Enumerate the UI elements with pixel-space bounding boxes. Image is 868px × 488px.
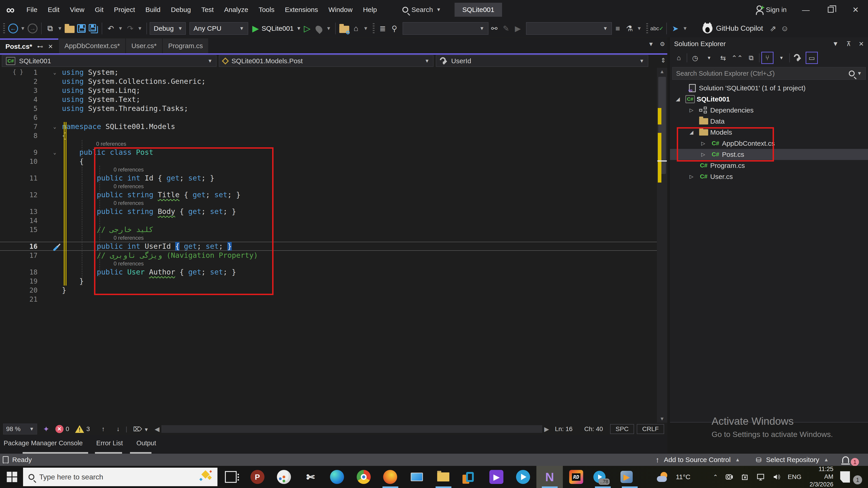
feedback-flag-icon[interactable] <box>3 456 8 463</box>
solution-explorer-shortcut-button[interactable]: ⌂ <box>350 22 362 35</box>
scroll-left-icon[interactable]: ◀ <box>155 425 160 433</box>
app-snipping-tool[interactable]: ✄ <box>297 466 324 488</box>
code-line-4[interactable]: 4using System.Text; <box>0 95 657 104</box>
test-dropdown[interactable]: ▼ <box>636 22 643 35</box>
code-line-5[interactable]: 5using System.Threading.Tasks; <box>0 104 657 113</box>
code-cleanup-broom-icon[interactable]: ⌦ ▼ <box>133 425 149 433</box>
expander-collapsed-icon[interactable]: ▷ <box>686 107 697 113</box>
menu-tools[interactable]: Tools <box>253 0 280 20</box>
scroll-up-icon[interactable]: ▲ <box>657 69 667 74</box>
input-language-indicator[interactable]: ENG <box>788 473 802 481</box>
navigate-forward-button[interactable]: → <box>27 22 38 35</box>
show-all-files-icon[interactable]: ⑂ <box>761 52 774 64</box>
code-line-7[interactable]: 7⌄namespace SQLite001.Models <box>0 122 657 131</box>
hot-reload-button[interactable] <box>313 22 325 35</box>
volume-tray-icon[interactable] <box>772 473 781 482</box>
action-center-icon[interactable] <box>840 471 850 483</box>
menu-window[interactable]: Window <box>323 0 358 20</box>
outlining-collapse-icon[interactable]: ⌄ <box>48 124 62 129</box>
tab-post-cs[interactable]: Post.cs* ⊷ ✕ <box>0 38 58 53</box>
pin-icon[interactable]: ⊷ <box>37 43 43 50</box>
secondary-combobox[interactable]: ▼ <box>526 22 612 35</box>
find-symbol-button[interactable]: ⚯ <box>489 22 500 35</box>
restore-button[interactable] <box>818 0 843 20</box>
collapse-all-icon[interactable]: ⌃⌃ <box>731 52 743 64</box>
hot-reload-dropdown[interactable]: ▼ <box>325 22 333 35</box>
run-code-analysis-button[interactable]: ⚲ <box>389 22 400 35</box>
close-icon[interactable]: ✕ <box>859 40 864 48</box>
properties-wrench-icon[interactable] <box>792 52 804 64</box>
global-search-control[interactable]: Search ▼ <box>402 6 441 13</box>
selection-dropdown[interactable]: ▼ <box>681 22 689 35</box>
redo-button[interactable]: ↷ <box>124 22 136 35</box>
undo-button[interactable]: ↶ <box>105 22 117 35</box>
filter-dropdown[interactable]: ▼ <box>703 52 715 64</box>
quick-actions-screwdriver-icon[interactable] <box>53 242 61 252</box>
close-icon[interactable]: ✕ <box>48 43 53 50</box>
navigate-back-dropdown[interactable]: ▼ <box>19 22 27 35</box>
scroll-down-icon[interactable]: ▼ <box>657 416 667 422</box>
undo-dropdown[interactable]: ▼ <box>117 22 124 35</box>
share-button[interactable]: ⇗ <box>767 22 779 35</box>
menu-debug[interactable]: Debug <box>166 0 196 20</box>
send-feedback-button[interactable]: ☺ <box>779 22 791 35</box>
edit-button[interactable]: ✎ <box>500 22 512 35</box>
scroll-right-icon[interactable]: ▶ <box>544 425 549 433</box>
app-vmware[interactable] <box>457 466 483 488</box>
app-this-pc[interactable] <box>403 466 430 488</box>
code-line-21[interactable]: 21 <box>0 295 657 304</box>
network-display-tray-icon[interactable] <box>756 473 765 482</box>
outlining-collapse-icon[interactable]: ⌄ <box>48 150 62 155</box>
app-psiphon[interactable]: P <box>244 466 271 488</box>
save-all-button[interactable] <box>87 22 99 35</box>
error-count[interactable]: 0 <box>66 425 69 433</box>
select-repository-button[interactable]: Select Repository <box>766 456 819 464</box>
tree-item-dependencies[interactable]: ▷Dependencies <box>670 105 868 116</box>
test-profile-combobox[interactable]: ▼ <box>403 22 489 35</box>
pin-icon[interactable]: ⊼ <box>846 40 851 48</box>
redo-dropdown[interactable]: ▼ <box>136 22 144 35</box>
tab-options-gear-icon[interactable]: ⚙ <box>660 41 665 48</box>
app-active-purple-n[interactable]: N <box>536 466 563 488</box>
app-edge[interactable] <box>324 466 350 488</box>
app-rider[interactable]: RD <box>563 466 590 488</box>
selection-tool-button[interactable]: ➤ <box>670 22 681 35</box>
code-line-6[interactable]: 6 <box>0 113 657 122</box>
window-dropdown[interactable]: ▼ <box>362 22 370 35</box>
task-view-button[interactable] <box>217 466 244 488</box>
menu-view[interactable]: View <box>65 0 90 20</box>
pending-changes-filter-icon[interactable]: ◷ <box>689 52 701 64</box>
show-all-files-dropdown[interactable]: ▼ <box>775 52 787 64</box>
stop-button[interactable]: ■ <box>612 22 624 35</box>
tree-item-program-cs[interactable]: C#Program.cs <box>670 160 868 171</box>
start-button[interactable] <box>7 472 17 482</box>
editor-vertical-scrollbar[interactable]: ▲ ▼ <box>657 68 667 423</box>
tab-program-cs[interactable]: Program.cs <box>163 38 208 53</box>
tree-item-solution-sqlite001-1-of-1-project[interactable]: Solution 'SQLite001' (1 of 1 project) <box>670 83 868 94</box>
menu-help[interactable]: Help <box>358 0 382 20</box>
type-dropdown[interactable]: SQLite001.Models.Post ▼ <box>219 55 434 67</box>
code-line-8[interactable]: 8{ <box>0 131 657 140</box>
taskbar-search-box[interactable]: Type here to search <box>23 468 218 486</box>
close-button[interactable]: ✕ <box>843 0 868 20</box>
navigate-backward-button[interactable]: ← <box>7 22 19 35</box>
tray-media-player-classic[interactable]: ▶ <box>616 466 637 488</box>
taskbar-clock[interactable]: 11:25 AM 2/3/2026 <box>808 465 833 488</box>
notifications-bell-icon[interactable] <box>842 456 849 463</box>
warning-count[interactable]: 3 <box>86 425 90 433</box>
spell-check-button[interactable]: abc✓ <box>650 22 664 35</box>
tree-item-sqlite001[interactable]: ◢C#SQLite001 <box>670 94 868 105</box>
tab-output[interactable]: Output <box>136 440 156 447</box>
tray-telegram[interactable]: ..78 <box>590 466 610 488</box>
menu-project[interactable]: Project <box>109 0 140 20</box>
battery-tray-icon[interactable] <box>741 473 749 482</box>
properties-copy-icon[interactable]: ⧉ <box>745 52 757 64</box>
tree-item-data[interactable]: Data <box>670 116 868 127</box>
tab-package-manager-console[interactable]: Package Manager Console <box>4 440 83 447</box>
weather-temperature[interactable]: 11°C <box>676 473 690 481</box>
tree-item-user-cs[interactable]: ▷C#User.cs <box>670 171 868 182</box>
code-line-1[interactable]: 1⌄using System; <box>0 68 657 77</box>
menu-extensions[interactable]: Extensions <box>280 0 323 20</box>
save-button[interactable] <box>75 22 87 35</box>
menu-test[interactable]: Test <box>196 0 219 20</box>
